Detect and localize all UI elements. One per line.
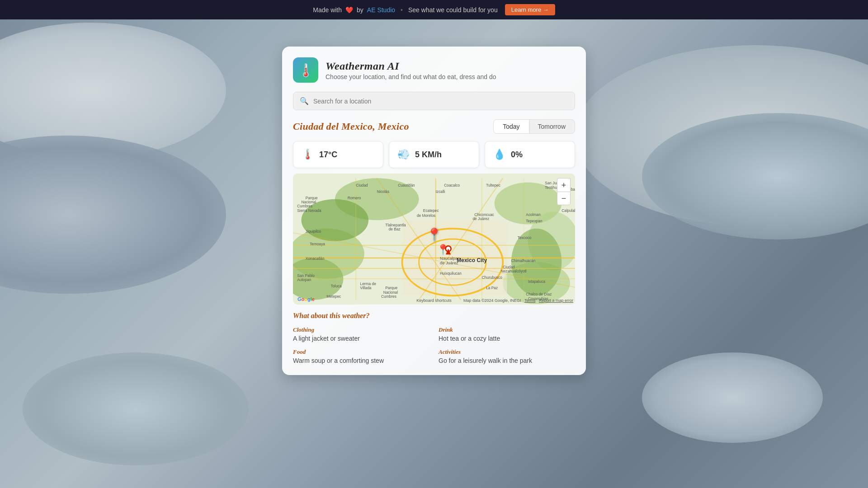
map-attribution: Map data ©2024 Google, INEGI Terms Repor… bbox=[463, 298, 573, 303]
svg-text:La Paz: La Paz bbox=[486, 286, 498, 290]
map-report[interactable]: Report a map error bbox=[539, 298, 573, 303]
activities-rec: Activities Go for a leisurely walk in th… bbox=[439, 348, 575, 364]
zoom-out-button[interactable]: − bbox=[557, 192, 571, 205]
drink-label: Drink bbox=[439, 326, 575, 333]
svg-text:Calpulal..: Calpulal.. bbox=[561, 208, 575, 213]
svg-text:Nicolás: Nicolás bbox=[377, 189, 389, 194]
app-card: 🌡️ Weatherman AI Choose your location, a… bbox=[282, 47, 586, 375]
search-bar: 🔍 bbox=[293, 92, 575, 110]
clothing-value: A light jacket or sweater bbox=[293, 335, 429, 342]
by-text: by bbox=[357, 6, 363, 14]
temperature-value: 17°C bbox=[319, 150, 337, 160]
zoom-in-button[interactable]: + bbox=[557, 178, 571, 192]
drink-value: Hot tea or a cozy latte bbox=[439, 335, 575, 342]
map-data: Map data ©2024 Google, INEGI bbox=[463, 298, 521, 303]
thermometer-icon: 🌡️ bbox=[298, 63, 314, 78]
svg-text:Izcalli: Izcalli bbox=[436, 189, 445, 194]
svg-text:Cuautitlán: Cuautitlán bbox=[398, 183, 415, 188]
svg-text:Chimalhuacán: Chimalhuacán bbox=[511, 258, 536, 263]
svg-text:Romero: Romero bbox=[348, 196, 361, 200]
precipitation-card: 💧 0% bbox=[485, 141, 575, 168]
location-section: Ciudad del Mexico, Mexico Today Tomorrow bbox=[293, 119, 575, 134]
svg-text:de Baz: de Baz bbox=[389, 227, 401, 231]
svg-text:Mexico City: Mexico City bbox=[457, 257, 487, 263]
location-title: Ciudad del Mexico, Mexico bbox=[293, 121, 409, 132]
main-content: 🌡️ Weatherman AI Choose your location, a… bbox=[0, 19, 868, 375]
learn-more-button[interactable]: Learn more → bbox=[505, 4, 555, 15]
food-rec: Food Warm soup or a comforting stew bbox=[293, 348, 429, 364]
today-tab[interactable]: Today bbox=[494, 120, 528, 133]
svg-text:de Juárez: de Juárez bbox=[440, 261, 458, 265]
svg-text:Nezahualcóyotl: Nezahualcóyotl bbox=[501, 269, 527, 273]
svg-text:Huixquilucan: Huixquilucan bbox=[440, 271, 462, 276]
keyboard-shortcuts[interactable]: Keyboard shortcuts bbox=[416, 298, 452, 303]
activities-label: Activities bbox=[439, 348, 575, 356]
google-logo: Google bbox=[297, 296, 315, 302]
svg-text:Sierra Nevada: Sierra Nevada bbox=[297, 208, 321, 213]
precipitation-icon: 💧 bbox=[493, 149, 505, 160]
made-with-text: Made with bbox=[313, 6, 342, 14]
map-container[interactable]: Otumba San Juan Teotihuacán Tultepec Coa… bbox=[293, 174, 575, 305]
heart-icon: ❤️ bbox=[345, 6, 353, 14]
svg-text:Villada: Villada bbox=[360, 286, 372, 290]
map-terms[interactable]: Terms bbox=[524, 298, 536, 303]
svg-text:Ixtapaluca: Ixtapaluca bbox=[528, 280, 545, 284]
svg-text:Acolman: Acolman bbox=[526, 212, 541, 217]
temperature-card: 🌡️ 17°C bbox=[293, 141, 383, 168]
app-icon: 🌡️ bbox=[293, 57, 318, 83]
tomorrow-tab[interactable]: Tomorrow bbox=[529, 120, 575, 133]
recommendations-grid: Clothing A light jacket or sweater Drink… bbox=[293, 326, 575, 364]
drink-rec: Drink Hot tea or a cozy latte bbox=[439, 326, 575, 342]
svg-text:Coacalco: Coacalco bbox=[444, 183, 460, 188]
app-header: 🌡️ Weatherman AI Choose your location, a… bbox=[293, 57, 575, 83]
svg-text:Autopan: Autopan bbox=[297, 277, 311, 282]
clothing-label: Clothing bbox=[293, 326, 429, 333]
svg-text:Texcoco: Texcoco bbox=[518, 235, 532, 240]
app-title: Weatherman AI bbox=[326, 60, 496, 72]
food-label: Food bbox=[293, 348, 429, 356]
ae-studio-link[interactable]: AE Studio bbox=[367, 6, 395, 14]
svg-text:Cumbres: Cumbres bbox=[381, 294, 396, 299]
wind-icon: 💨 bbox=[397, 149, 410, 160]
separator: • bbox=[401, 6, 403, 14]
svg-text:Tepexpan: Tepexpan bbox=[526, 219, 542, 223]
clothing-rec: Clothing A light jacket or sweater bbox=[293, 326, 429, 342]
svg-text:Ciudad: Ciudad bbox=[356, 183, 368, 188]
weather-stats: 🌡️ 17°C 💨 5 KM/h 💧 0% bbox=[293, 141, 575, 168]
day-toggle: Today Tomorrow bbox=[493, 119, 575, 134]
svg-text:Temoaya: Temoaya bbox=[310, 242, 325, 246]
wind-card: 💨 5 KM/h bbox=[389, 141, 479, 168]
search-icon: 🔍 bbox=[300, 97, 309, 105]
svg-text:Xonacatlán: Xonacatlán bbox=[306, 256, 325, 261]
activities-value: Go for a leisurely walk in the park bbox=[439, 357, 575, 364]
map-pin-icon: 📍 bbox=[426, 229, 442, 241]
see-text: See what we could build for you bbox=[408, 6, 498, 14]
wind-value: 5 KM/h bbox=[415, 150, 442, 160]
svg-text:Tultepec: Tultepec bbox=[486, 183, 500, 188]
svg-text:de Morelos: de Morelos bbox=[417, 213, 435, 218]
svg-text:Jiquipilco: Jiquipilco bbox=[306, 229, 321, 234]
recommendations-title: What about this weather? bbox=[293, 312, 575, 320]
svg-text:Ecatepec: Ecatepec bbox=[423, 208, 439, 213]
precipitation-value: 0% bbox=[511, 150, 523, 160]
map-controls: + − bbox=[557, 178, 571, 205]
svg-text:Churubusco: Churubusco bbox=[482, 275, 502, 280]
svg-text:Metepec: Metepec bbox=[326, 294, 341, 299]
food-value: Warm soup or a comforting stew bbox=[293, 357, 429, 364]
map-background: Otumba San Juan Teotihuacán Tultepec Coa… bbox=[293, 174, 575, 305]
svg-text:de Juárez: de Juárez bbox=[472, 216, 489, 221]
temperature-icon: 🌡️ bbox=[302, 149, 314, 160]
app-subtitle: Choose your location, and find out what … bbox=[326, 73, 496, 80]
search-input[interactable] bbox=[313, 98, 568, 105]
svg-text:Toluca: Toluca bbox=[331, 284, 342, 288]
app-title-group: Weatherman AI Choose your location, and … bbox=[326, 60, 496, 80]
top-banner: Made with ❤️ by AE Studio • See what we … bbox=[0, 0, 868, 19]
